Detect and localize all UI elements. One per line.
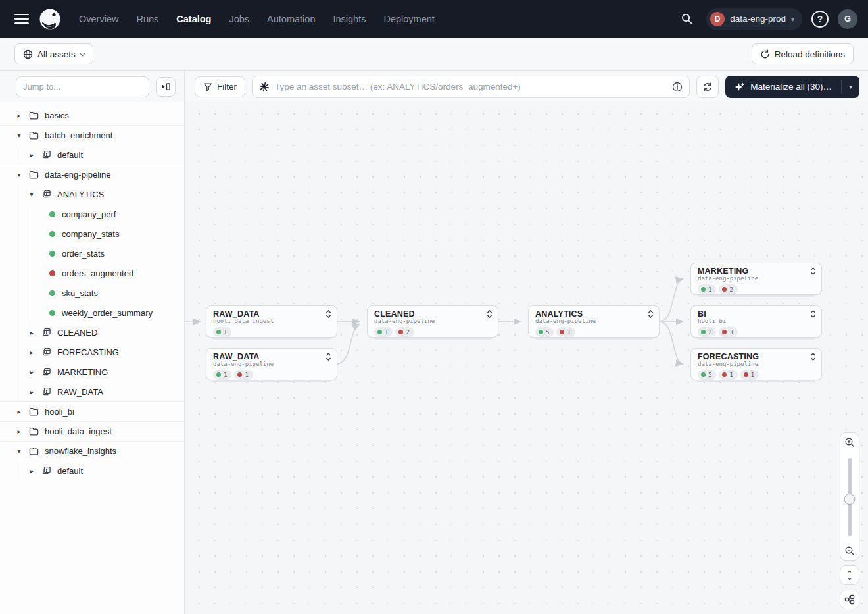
tree-asset-company-stats[interactable]: company_stats [30, 224, 184, 243]
expand-group-icon[interactable] [326, 353, 331, 361]
zoom-slider-thumb[interactable] [844, 494, 856, 505]
asset-tree: ▸ basics ▾ batch_enrichment ▸ default ▾ [0, 102, 184, 614]
tree-asset-order-stats[interactable]: order_stats [30, 243, 184, 263]
materialize-all-button[interactable]: Materialize all (30)… ▾ [725, 76, 859, 98]
node-analytics[interactable]: ANALYTICS data-eng-pipeline 5 1 [528, 305, 660, 338]
avatar[interactable]: G [838, 9, 857, 29]
lineage-canvas[interactable]: RAW_DATA hooli_data_ingest 1 RAW_DATA da… [185, 102, 868, 614]
nav-catalog[interactable]: Catalog [176, 14, 211, 24]
nav-deployment[interactable]: Deployment [383, 14, 434, 24]
zoom-out-icon[interactable] [844, 546, 855, 556]
caret-right-icon[interactable]: ▸ [28, 388, 35, 396]
tree-folder-hooli-data-ingest[interactable]: ▸ hooli_data_ingest [0, 421, 184, 441]
nav-jobs[interactable]: Jobs [229, 14, 249, 24]
relayout-graph-icon[interactable] [840, 590, 859, 609]
expand-group-icon[interactable] [648, 310, 654, 318]
tree-label: data-eng-pipeline [45, 170, 110, 180]
materialize-options-caret[interactable]: ▾ [842, 76, 859, 98]
status-badge: 5 [698, 370, 716, 380]
tree-folder-data-eng-pipeline[interactable]: ▾ data-eng-pipeline [0, 165, 184, 184]
expand-group-icon[interactable] [326, 310, 331, 318]
asset-status-dot [49, 251, 55, 257]
node-cleaned[interactable]: CLEANED data-eng-pipeline 1 2 [367, 305, 498, 338]
dagster-logo-icon[interactable] [38, 7, 62, 31]
caret-down-icon[interactable]: ▾ [16, 171, 22, 178]
reload-definitions-label: Reload definitions [775, 49, 845, 59]
tree-label: company_perf [62, 209, 116, 219]
tree-folder-snowflake-insights[interactable]: ▾ snowflake_insights [0, 441, 184, 461]
all-assets-dropdown[interactable]: All assets [14, 43, 93, 64]
search-icon[interactable] [676, 9, 697, 30]
nav-overview[interactable]: Overview [79, 14, 118, 24]
filter-button[interactable]: Filter [195, 76, 245, 97]
caret-down-icon[interactable]: ▾ [28, 191, 35, 198]
caret-right-icon[interactable]: ▸ [16, 112, 22, 119]
tree-asset-weekly-order-summary[interactable]: weekly_order_summary [30, 303, 184, 322]
zoom-in-icon[interactable] [844, 437, 855, 448]
caret-right-icon[interactable]: ▸ [28, 151, 35, 159]
caret-right-icon[interactable]: ▸ [28, 369, 35, 376]
caret-right-icon[interactable]: ▸ [16, 428, 22, 435]
tree-group-marketing[interactable]: ▸ MARKETING [20, 362, 184, 382]
status-badge: 5 [535, 327, 554, 337]
tree-asset-sku-stats[interactable]: sku_stats [30, 283, 184, 303]
node-raw-data-hooli-data-ingest[interactable]: RAW_DATA hooli_data_ingest 1 [206, 305, 337, 338]
tree-group-analytics[interactable]: ▾ ANALYTICS [20, 184, 184, 204]
tree-folder-basics[interactable]: ▸ basics [0, 105, 184, 125]
tree-asset-company-perf[interactable]: company_perf [30, 204, 184, 224]
chevron-down-icon: ▾ [791, 16, 794, 23]
tree-label: weekly_order_summary [62, 308, 153, 318]
expand-group-icon[interactable] [810, 353, 816, 361]
tree-label: CLEANED [57, 328, 97, 338]
reload-definitions-button[interactable]: Reload definitions [752, 43, 854, 64]
expand-group-icon[interactable] [810, 310, 816, 318]
help-icon[interactable]: ? [811, 11, 829, 28]
zoom-slider[interactable] [848, 458, 852, 536]
tree-asset-orders-augmented[interactable]: orders_augmented [30, 263, 184, 283]
node-subtitle: hooli_bi [698, 318, 816, 324]
jump-to-input[interactable] [16, 76, 149, 97]
caret-down-icon[interactable]: ▾ [16, 132, 22, 139]
node-bi[interactable]: BI hooli_bi 2 3 [690, 305, 822, 338]
node-raw-data-data-eng-pipeline[interactable]: RAW_DATA data-eng-pipeline 1 1 [206, 348, 337, 380]
caret-right-icon[interactable]: ▸ [28, 349, 35, 356]
asset-status-dot [49, 310, 55, 316]
refresh-graph-icon[interactable] [696, 76, 719, 98]
tree-group-raw-data[interactable]: ▸ RAW_DATA [20, 382, 184, 401]
graph-toolbar: Filter Materialize all (30)… ▾ [185, 71, 868, 102]
expand-collapse-all-icon[interactable]: ⌃⌄ [840, 565, 859, 585]
asset-tree-sidebar: ▸ basics ▾ batch_enrichment ▸ default ▾ [0, 71, 185, 614]
asset-group-icon [41, 149, 51, 160]
expand-group-icon[interactable] [487, 310, 493, 318]
caret-right-icon[interactable]: ▸ [16, 408, 22, 415]
tree-folder-batch-enrichment[interactable]: ▾ batch_enrichment [0, 125, 184, 145]
tree-group-default-snowflake[interactable]: ▸ default [20, 461, 184, 480]
info-icon[interactable] [672, 82, 683, 92]
node-title: MARKETING [698, 267, 749, 276]
node-forecasting[interactable]: FORECASTING data-eng-pipeline 5 1 1 [690, 348, 822, 380]
deployment-name: data-eng-prod [730, 14, 786, 24]
asset-subset-input[interactable] [275, 82, 667, 91]
tree-group-forecasting[interactable]: ▸ FORECASTING [20, 342, 184, 362]
asset-group-icon [41, 347, 51, 357]
deployment-switcher[interactable]: D data-eng-prod ▾ [706, 8, 802, 30]
nav-automation[interactable]: Automation [267, 14, 315, 24]
asset-group-icon [41, 367, 51, 377]
node-marketing[interactable]: MARKETING data-eng-pipeline 1 2 [690, 263, 822, 295]
node-subtitle: data-eng-pipeline [213, 361, 331, 367]
status-badge: 2 [698, 327, 716, 337]
nav-insights[interactable]: Insights [333, 14, 366, 24]
expand-group-icon[interactable] [810, 267, 816, 275]
collapse-sidebar-icon[interactable] [156, 77, 176, 97]
tree-folder-hooli-bi[interactable]: ▸ hooli_bi [0, 401, 184, 421]
menu-icon[interactable] [14, 14, 29, 24]
status-badge: 1 [213, 327, 231, 337]
caret-right-icon[interactable]: ▸ [28, 467, 35, 474]
filter-icon [203, 82, 212, 91]
tree-group-cleaned[interactable]: ▸ CLEANED [20, 322, 184, 342]
asset-status-dot [49, 270, 55, 276]
nav-runs[interactable]: Runs [136, 14, 158, 24]
caret-right-icon[interactable]: ▸ [28, 329, 35, 336]
caret-down-icon[interactable]: ▾ [16, 448, 22, 455]
tree-group-default[interactable]: ▸ default [20, 145, 184, 165]
